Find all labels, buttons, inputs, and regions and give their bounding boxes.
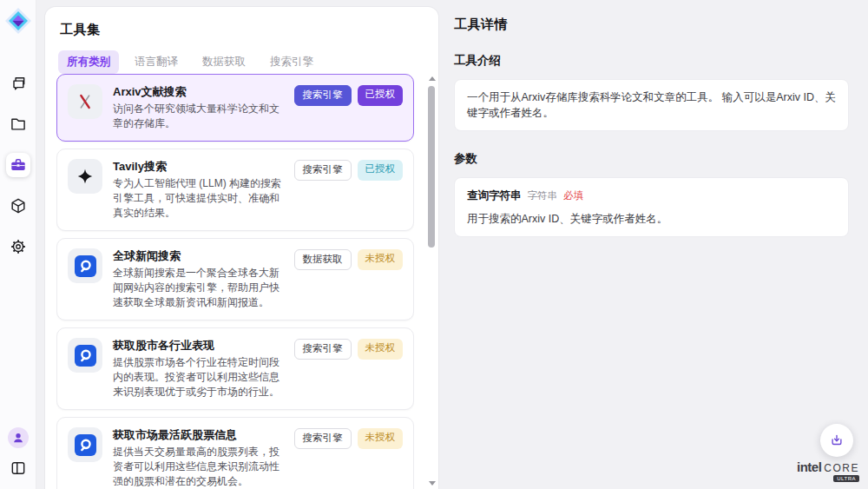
tool-text: 获取市场最活跃股票信息提供当天交易量最高的股票列表，投资者可以利用这些信息来识别…: [113, 427, 287, 489]
gear-icon[interactable]: [6, 235, 30, 259]
sidebar-nav: [6, 71, 30, 259]
tool-category-tag: 搜索引擎: [294, 160, 352, 181]
tool-description: 提供股票市场各个行业在特定时间段内的表现。投资者可以利用这些信息来识别表现优于或…: [113, 355, 287, 400]
tool-card[interactable]: 获取市场最活跃股票信息提供当天交易量最高的股票列表，投资者可以利用这些信息来识别…: [56, 417, 414, 489]
tool-description: 访问各个研究领域大量科学论文和文章的存储库。: [113, 102, 287, 131]
tool-auth-badge: 未授权: [358, 428, 404, 449]
param-name: 查询字符串: [467, 188, 522, 203]
tool-text: 全球新闻搜索全球新闻搜索是一个聚合全球各大新闻网站内容的搜索引擎，帮助用户快速获…: [113, 248, 287, 310]
tool-category-tag: 搜索引擎: [294, 85, 352, 106]
chat-icon[interactable]: [6, 71, 30, 96]
scrollbar-thumb[interactable]: [428, 86, 435, 248]
tool-description: 全球新闻搜索是一个聚合全球各大新闻网站内容的搜索引擎，帮助用户快速获取全球最新资…: [113, 266, 287, 310]
tool-name: 获取市场最活跃股票信息: [113, 427, 287, 443]
intro-card: 一个用于从Arxiv存储库搜索科学论文和文章的工具。 输入可以是Arxiv ID…: [454, 79, 849, 131]
tool-detail-panel: 工具详情 工具介绍 一个用于从Arxiv存储库搜索科学论文和文章的工具。 输入可…: [438, 0, 868, 489]
tool-card[interactable]: Arxiv文献搜索访问各个研究领域大量科学论文和文章的存储库。搜索引擎已授权: [56, 74, 414, 142]
tool-name: 获取股市各行业表现: [113, 338, 287, 354]
search-q-icon: [68, 248, 102, 283]
param-type: 字符串: [528, 188, 558, 203]
tool-name: 全球新闻搜索: [113, 248, 287, 264]
category-tab-bar: 所有类别语言翻译数据获取搜索引擎: [58, 50, 438, 74]
folder-icon[interactable]: [6, 112, 30, 136]
tool-auth-badge: 未授权: [358, 339, 404, 360]
collapse-panel-icon[interactable]: [6, 456, 30, 480]
search-q-icon: [68, 338, 102, 373]
category-tab[interactable]: 语言翻译: [126, 50, 187, 74]
core-wordmark: CORE: [824, 462, 859, 474]
intro-heading: 工具介绍: [454, 53, 868, 69]
tool-tags: 搜索引擎未授权: [294, 428, 404, 449]
tool-tags: 搜索引擎已授权: [294, 160, 404, 181]
tool-text: 获取股市各行业表现提供股票市场各个行业在特定时间段内的表现。投资者可以利用这些信…: [113, 338, 287, 400]
tool-name: Tavily搜索: [113, 159, 287, 175]
user-avatar[interactable]: [8, 427, 29, 448]
tool-tags: 搜索引擎未授权: [294, 339, 404, 360]
tool-auth-badge: 已授权: [358, 85, 404, 106]
scroll-up-icon[interactable]: [429, 76, 436, 81]
category-tab[interactable]: 所有类别: [58, 50, 119, 74]
download-button[interactable]: [820, 424, 853, 457]
tool-text: Arxiv文献搜索访问各个研究领域大量科学论文和文章的存储库。: [113, 84, 287, 131]
scroll-down-icon[interactable]: [429, 481, 436, 486]
tool-description: 提供当天交易量最高的股票列表，投资者可以利用这些信息来识别流动性强的股票和潜在的…: [113, 445, 287, 489]
tool-category-tag: 数据获取: [294, 249, 352, 270]
category-tab[interactable]: 搜索引擎: [261, 50, 322, 74]
detail-title: 工具详情: [454, 17, 868, 33]
tool-category-tag: 搜索引擎: [294, 339, 352, 360]
intel-core-ultra-logo: intel CORE ULTRA: [797, 459, 859, 482]
app-logo-icon: [4, 7, 32, 35]
scrollbar[interactable]: [428, 76, 436, 486]
param-card: 查询字符串 字符串 必填 用于搜索的Arxiv ID、关键字或作者姓名。: [454, 177, 849, 237]
ultra-badge: ULTRA: [833, 475, 859, 482]
tool-auth-badge: 已授权: [358, 160, 404, 181]
tool-list: Arxiv文献搜索访问各个研究领域大量科学论文和文章的存储库。搜索引擎已授权Ta…: [56, 74, 414, 489]
sparkle-star-icon: [68, 159, 102, 194]
page-title: 工具集: [60, 22, 438, 38]
tool-text: Tavily搜索专为人工智能代理 (LLM) 构建的搜索引擎工具，可快速提供实时…: [113, 159, 287, 221]
tool-card[interactable]: Tavily搜索专为人工智能代理 (LLM) 构建的搜索引擎工具，可快速提供实时…: [56, 149, 414, 231]
tool-tags: 数据获取未授权: [294, 249, 404, 270]
intel-wordmark: intel: [797, 459, 821, 474]
tool-auth-badge: 未授权: [358, 249, 404, 270]
tool-name: Arxiv文献搜索: [113, 84, 287, 100]
sidebar: [0, 0, 36, 489]
param-description: 用于搜索的Arxiv ID、关键字或作者姓名。: [467, 211, 836, 227]
search-q-icon: [68, 427, 102, 462]
tool-tags: 搜索引擎已授权: [294, 85, 404, 106]
param-required-badge: 必填: [563, 188, 583, 203]
toolbox-icon[interactable]: [6, 153, 30, 177]
param-header: 查询字符串 字符串 必填: [467, 188, 836, 203]
cube-icon[interactable]: [6, 194, 30, 218]
arxiv-logo-icon: [68, 84, 102, 119]
params-heading: 参数: [454, 151, 868, 167]
tool-description: 专为人工智能代理 (LLM) 构建的搜索引擎工具，可快速提供实时、准确和真实的结…: [113, 176, 287, 221]
sidebar-bottom: [6, 427, 30, 480]
category-tab[interactable]: 数据获取: [194, 50, 254, 74]
tool-card[interactable]: 获取股市各行业表现提供股票市场各个行业在特定时间段内的表现。投资者可以利用这些信…: [56, 327, 414, 410]
tool-category-tag: 搜索引擎: [294, 428, 352, 449]
tool-card[interactable]: 全球新闻搜索全球新闻搜索是一个聚合全球各大新闻网站内容的搜索引擎，帮助用户快速获…: [56, 238, 414, 320]
tools-panel: 工具集 所有类别语言翻译数据获取搜索引擎 Arxiv文献搜索访问各个研究领域大量…: [45, 7, 438, 489]
